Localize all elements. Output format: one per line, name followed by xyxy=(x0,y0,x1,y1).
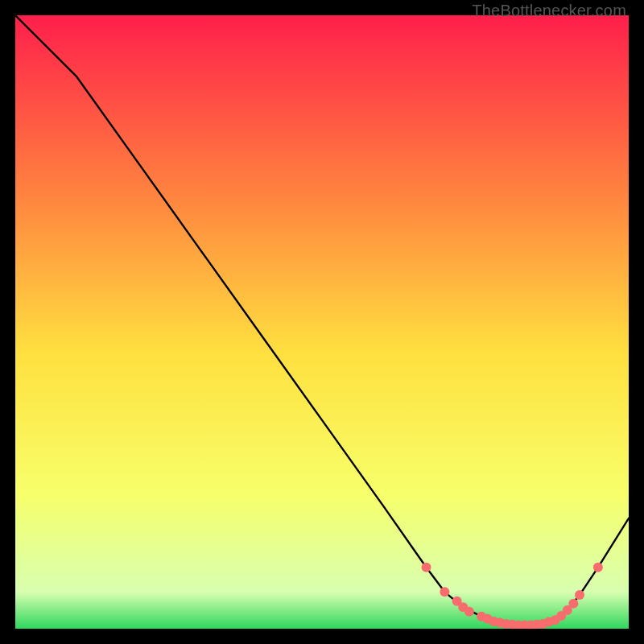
chart-svg xyxy=(15,15,629,629)
gradient-bg xyxy=(15,15,629,629)
chart-frame xyxy=(15,15,629,629)
watermark-text: TheBottlenecker.com xyxy=(472,2,626,20)
marker-point xyxy=(422,563,431,572)
marker-point xyxy=(575,590,584,600)
marker-point xyxy=(440,587,449,597)
marker-point xyxy=(568,599,578,609)
marker-point xyxy=(464,607,474,617)
marker-point xyxy=(593,563,603,572)
